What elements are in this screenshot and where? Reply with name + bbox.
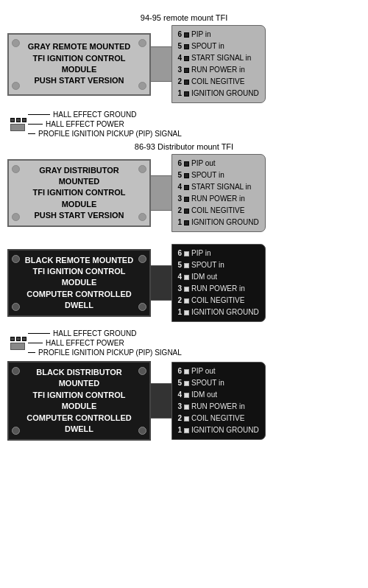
pin-label-5c: SPOUT in xyxy=(191,259,224,271)
pin-num: 4 xyxy=(175,271,182,283)
pin-square xyxy=(184,68,189,73)
pin-row-5c: 5 SPOUT in xyxy=(175,259,259,271)
pin-row-3b: 3 RUN POWER in xyxy=(175,193,259,205)
pin-label-3b: RUN POWER in xyxy=(191,193,245,205)
pin-square xyxy=(184,369,189,374)
wire-label-row-5: HALL EFFECT POWER xyxy=(28,339,182,347)
pin-square xyxy=(184,197,189,202)
connector-neck-2 xyxy=(151,175,171,211)
pin-label-2b: COIL NEGITIVE xyxy=(191,205,244,217)
pin-num: 6 xyxy=(175,29,182,41)
pin-row-5d: 5 SPOUT in xyxy=(175,377,259,389)
pin-label-6c: PIP in xyxy=(191,248,211,259)
pin-num: 3 xyxy=(175,64,182,76)
plug-pin xyxy=(16,118,21,122)
wire-label-text-4: HALL EFFECT GROUND xyxy=(53,329,136,337)
connector-block-1: 6 PIP in 5 SPOUT in 4 START SIGNAL in 3 xyxy=(171,25,266,103)
pin-num: 2 xyxy=(175,295,182,307)
screw-bl xyxy=(12,213,20,221)
wire-label-text-5: HALL EFFECT POWER xyxy=(46,339,124,347)
plug-pin xyxy=(16,337,21,341)
connector-neck-1 xyxy=(151,46,171,82)
diagram-container: 94-95 remote mount TFI GRAY REMOTE MOUNT… xyxy=(0,0,368,448)
spacer-1 xyxy=(0,232,368,242)
connector-block-2: 6 PIP out 5 SPOUT in 4 START SIGNAL in 3 xyxy=(171,154,266,232)
wire-label-text-6: PROFILE IGNITION PICKUP (PIP) SIGNAL xyxy=(38,349,182,357)
module-box-gray-distributor: GRAY DISTRIBUTOR MOUNTEDTFI IGNITION CON… xyxy=(7,159,151,228)
wire-annotation-2: HALL EFFECT GROUND HALL EFFECT POWER PRO… xyxy=(10,329,361,357)
pin-square xyxy=(184,381,189,386)
pin-num: 1 xyxy=(175,217,182,228)
wire-dash xyxy=(28,352,35,353)
module-box-black-remote: BLACK REMOTE MOUNTEDTFI IGNITION CONTROL… xyxy=(7,249,151,318)
pin-row-3c: 3 RUN POWER in xyxy=(175,283,259,295)
pin-num: 1 xyxy=(175,88,182,99)
screw-bl xyxy=(12,303,20,311)
pin-square xyxy=(184,287,189,292)
screw-tr xyxy=(138,255,146,263)
pin-label-2d: COIL NEGITIVE xyxy=(191,413,244,424)
pin-num: 6 xyxy=(175,365,182,377)
pin-row-6c: 6 PIP in xyxy=(175,248,259,259)
wire-label-row-3: PROFILE IGNITION PICKUP (PIP) SIGNAL xyxy=(28,130,182,138)
pin-row-2d: 2 COIL NEGITIVE xyxy=(175,413,259,424)
pin-square xyxy=(184,251,189,256)
pin-square xyxy=(184,310,189,315)
pin-num: 3 xyxy=(175,401,182,413)
header-label-1: 94-95 remote mount TFI xyxy=(7,13,361,22)
wire-dash xyxy=(28,133,35,134)
pin-square xyxy=(184,173,189,178)
pin-row-2c: 2 COIL NEGITIVE xyxy=(175,295,259,307)
pin-num: 6 xyxy=(175,158,182,169)
wire-dash xyxy=(28,343,43,343)
pin-square xyxy=(184,393,189,398)
screw-bl xyxy=(12,427,20,435)
module-label-2: GRAY DISTRIBUTOR MOUNTEDTFI IGNITION CON… xyxy=(24,165,135,222)
wire-label-text-2: HALL EFFECT POWER xyxy=(46,120,124,128)
connector-neck-3 xyxy=(151,265,171,301)
pin-num: 1 xyxy=(175,307,182,318)
pin-square xyxy=(184,161,189,167)
wire-label-text-3: PROFILE IGNITION PICKUP (PIP) SIGNAL xyxy=(38,130,182,138)
pin-num: 2 xyxy=(175,413,182,424)
pin-square xyxy=(184,220,189,225)
pin-label-3c: RUN POWER in xyxy=(191,283,245,295)
pin-square xyxy=(184,405,189,410)
pin-label-1a: IGNITION GROUND xyxy=(191,88,259,99)
module-label-3: BLACK REMOTE MOUNTEDTFI IGNITION CONTROL… xyxy=(24,255,135,312)
pin-row-2a: 2 COIL NEGITIVE xyxy=(175,76,259,88)
module-row-4: BLACK DISTRIBUTOR MOUNTEDTFI IGNITION CO… xyxy=(7,361,361,441)
wire-label-row-6: PROFILE IGNITION PICKUP (PIP) SIGNAL xyxy=(28,349,182,357)
pin-num: 5 xyxy=(175,169,182,181)
screw-tl xyxy=(12,165,20,173)
pin-row-1c: 1 IGNITION GROUND xyxy=(175,307,259,318)
screw-tl xyxy=(12,255,20,263)
plug-body xyxy=(10,124,25,131)
connector-block-3: 6 PIP in 5 SPOUT in 4 IDM out 3 xyxy=(171,244,266,322)
pin-num: 5 xyxy=(175,259,182,271)
plug-pin xyxy=(10,337,15,341)
pin-row-4b: 4 START SIGNAL in xyxy=(175,181,259,193)
screw-br xyxy=(138,303,146,311)
pin-square xyxy=(184,428,189,433)
pin-row-5b: 5 SPOUT in xyxy=(175,169,259,181)
wire-dash xyxy=(28,333,50,334)
pin-label-3a: RUN POWER in xyxy=(191,64,245,76)
wire-dash xyxy=(28,124,43,125)
pin-square xyxy=(184,185,189,190)
wire-labels-2: HALL EFFECT GROUND HALL EFFECT POWER PRO… xyxy=(28,329,182,357)
pin-row-4a: 4 START SIGNAL in xyxy=(175,52,259,64)
plug-symbol-1 xyxy=(10,118,26,131)
wire-label-row-4: HALL EFFECT GROUND xyxy=(28,329,182,337)
pin-row-6d: 6 PIP out xyxy=(175,365,259,377)
pin-num: 4 xyxy=(175,181,182,193)
wire-label-row-1: HALL EFFECT GROUND xyxy=(28,111,182,119)
pin-label-6b: PIP out xyxy=(191,158,216,169)
pin-num: 6 xyxy=(175,248,182,259)
plug-symbol-2 xyxy=(10,337,26,350)
pin-row-6a: 6 PIP in xyxy=(175,29,259,41)
pin-label-5b: SPOUT in xyxy=(191,169,224,181)
header-label-2: 86-93 Distributor mount TFI xyxy=(7,142,361,151)
pin-row-2b: 2 COIL NEGITIVE xyxy=(175,205,259,217)
pin-num: 2 xyxy=(175,76,182,88)
